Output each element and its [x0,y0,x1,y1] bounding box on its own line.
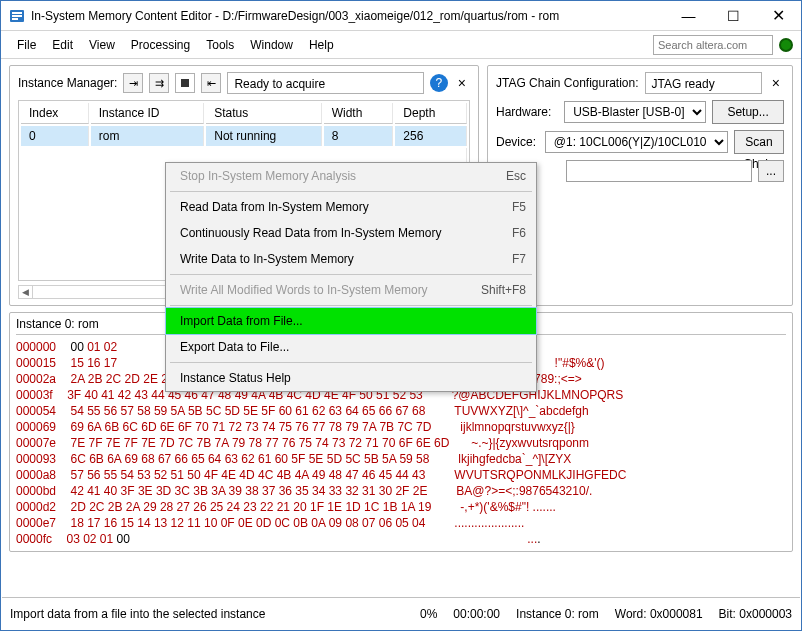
setup-button[interactable]: Setup... [712,100,784,124]
window-title: In-System Memory Content Editor - D:/Fir… [31,9,666,23]
jtag-label: JTAG Chain Configuration: [496,76,639,90]
instance-manager-label: Instance Manager: [18,76,117,90]
menu-help[interactable]: Help [301,31,342,59]
read-once-button[interactable]: ⇥ [123,73,143,93]
menu-bar: File Edit View Processing Tools Window H… [1,31,801,59]
col-index[interactable]: Index [21,103,89,124]
cell-instanceid: rom [91,126,205,146]
svg-rect-1 [12,12,22,14]
menu-view[interactable]: View [81,31,123,59]
jtag-close-icon[interactable]: × [768,75,784,91]
panel-close-icon[interactable]: × [454,75,470,91]
svg-rect-3 [12,18,18,20]
stop-button[interactable] [175,73,195,93]
acquire-status: Ready to acquire [227,72,423,94]
device-label: Device: [496,135,539,149]
menu-import-data[interactable]: Import Data from File... [166,308,536,334]
title-bar: In-System Memory Content Editor - D:/Fir… [1,1,801,31]
col-status[interactable]: Status [206,103,321,124]
svg-rect-2 [12,15,22,17]
hardware-label: Hardware: [496,105,558,119]
maximize-button[interactable]: ☐ [711,1,756,30]
menu-status-help[interactable]: Instance Status Help [166,365,536,391]
cell-index: 0 [21,126,89,146]
search-input[interactable] [653,35,773,55]
write-button[interactable]: ⇤ [201,73,221,93]
status-message: Import data from a file into the selecte… [10,607,265,621]
status-time: 00:00:00 [453,607,500,621]
status-word: Word: 0x000081 [615,607,703,621]
cell-width: 8 [324,126,394,146]
menu-edit[interactable]: Edit [44,31,81,59]
col-instanceid[interactable]: Instance ID [91,103,205,124]
hardware-select[interactable]: USB-Blaster [USB-0] [564,101,706,123]
app-icon [9,8,25,24]
col-width[interactable]: Width [324,103,394,124]
menu-write-data[interactable]: Write Data to In-System MemoryF7 [166,246,536,272]
jtag-status: JTAG ready [645,72,762,94]
menu-write-modified: Write All Modified Words to In-System Me… [166,277,536,303]
read-cont-button[interactable]: ⇉ [149,73,169,93]
status-instance: Instance 0: rom [516,607,599,621]
status-percent: 0% [420,607,437,621]
menu-window[interactable]: Window [242,31,301,59]
device-select[interactable]: @1: 10CL006(Y|Z)/10CL010 [545,131,728,153]
file-input[interactable] [566,160,752,182]
help-icon[interactable]: ? [430,74,448,92]
menu-stop-analysis: Stop In-System Memory AnalysisEsc [166,163,536,189]
globe-icon[interactable] [779,38,793,52]
scan-chain-button[interactable]: Scan Chain [734,130,784,154]
status-bit: Bit: 0x000003 [719,607,792,621]
cell-depth: 256 [395,126,467,146]
menu-file[interactable]: File [9,31,44,59]
status-bar: Import data from a file into the selecte… [2,597,800,629]
col-depth[interactable]: Depth [395,103,467,124]
close-button[interactable]: ✕ [756,1,801,30]
cell-status: Not running [206,126,321,146]
browse-button[interactable]: ... [758,160,784,182]
context-menu: Stop In-System Memory AnalysisEsc Read D… [165,162,537,392]
menu-cont-read[interactable]: Continuously Read Data from In-System Me… [166,220,536,246]
menu-export-data[interactable]: Export Data to File... [166,334,536,360]
menu-tools[interactable]: Tools [198,31,242,59]
minimize-button[interactable]: — [666,1,711,30]
search-box [653,35,793,55]
table-row[interactable]: 0 rom Not running 8 256 [21,126,467,146]
menu-read-data[interactable]: Read Data from In-System MemoryF5 [166,194,536,220]
menu-processing[interactable]: Processing [123,31,198,59]
